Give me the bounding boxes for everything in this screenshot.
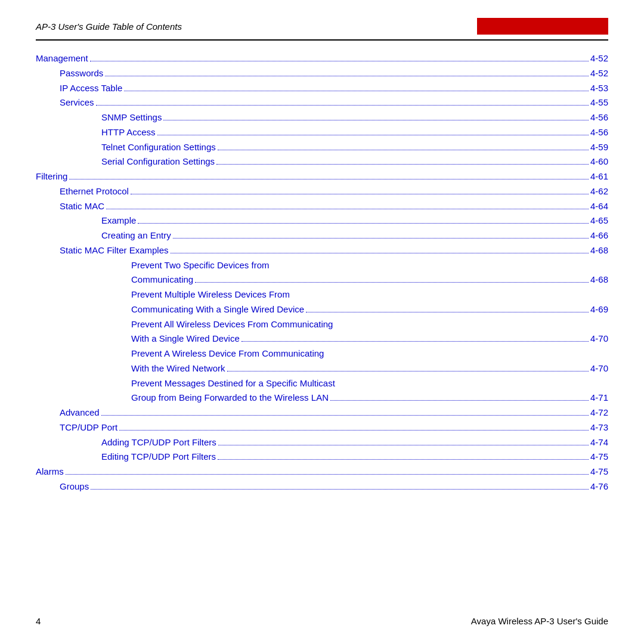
list-item: Prevent A Wireless Device From Communica… [36, 346, 608, 376]
list-item: Groups4-76 [36, 479, 608, 494]
page-header: AP-3 User's Guide Table of Contents [36, 18, 608, 41]
header-title: AP-3 User's Guide Table of Contents [36, 21, 182, 32]
page: AP-3 User's Guide Table of Contents Mana… [0, 0, 644, 644]
list-item: Prevent All Wireless Devices From Commun… [36, 317, 608, 347]
list-item: Telnet Configuration Settings4-59 [36, 140, 608, 155]
toc-content: Management4-52Passwords4-52IP Access Tab… [36, 51, 608, 602]
list-item: Static MAC Filter Examples4-68 [36, 243, 608, 258]
list-item: HTTP Access4-56 [36, 125, 608, 140]
footer-book-title: Avaya Wireless AP-3 User's Guide [471, 616, 608, 626]
footer-page-number: 4 [36, 616, 41, 626]
list-item: Creating an Entry4-66 [36, 228, 608, 243]
list-item: Prevent Two Specific Devices fromCommuni… [36, 258, 608, 288]
list-item: Management4-52 [36, 51, 608, 66]
list-item: Static MAC4-64 [36, 199, 608, 214]
list-item: IP Access Table4-53 [36, 81, 608, 96]
page-footer: 4 Avaya Wireless AP-3 User's Guide [36, 612, 608, 626]
list-item: SNMP Settings4-56 [36, 110, 608, 125]
list-item: Alarms4-75 [36, 465, 608, 479]
list-item: TCP/UDP Port4-73 [36, 420, 608, 435]
list-item: Passwords4-52 [36, 66, 608, 81]
list-item: Advanced4-72 [36, 405, 608, 420]
list-item: Example4-65 [36, 213, 608, 228]
list-item: Services4-55 [36, 95, 608, 110]
list-item: Filtering4-61 [36, 169, 608, 184]
list-item: Editing TCP/UDP Port Filters4-75 [36, 450, 608, 465]
list-item: Prevent Multiple Wireless Devices FromCo… [36, 287, 608, 317]
list-item: Ethernet Protocol4-62 [36, 184, 608, 199]
list-item: Adding TCP/UDP Port Filters4-74 [36, 435, 608, 450]
list-item: Serial Configuration Settings4-60 [36, 154, 608, 169]
header-red-bar [477, 18, 608, 35]
list-item: Prevent Messages Destined for a Specific… [36, 376, 608, 406]
